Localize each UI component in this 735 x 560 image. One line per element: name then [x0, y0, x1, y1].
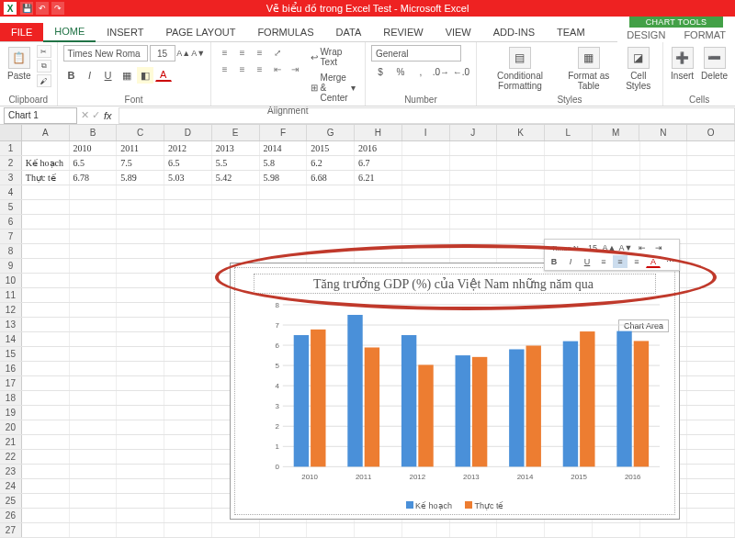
cell-G6[interactable] — [307, 215, 355, 229]
cell-B17[interactable] — [70, 376, 118, 390]
cell-B24[interactable] — [70, 479, 118, 493]
cell-C24[interactable] — [117, 479, 164, 493]
row-header-2[interactable]: 2 — [0, 156, 22, 170]
cell-O8[interactable] — [687, 244, 735, 258]
cell-O3[interactable] — [687, 171, 735, 185]
cell-B27[interactable] — [70, 523, 118, 537]
row-header-21[interactable]: 21 — [0, 435, 22, 449]
cell-G3[interactable]: 6.68 — [307, 171, 355, 185]
cell-B25[interactable] — [70, 494, 118, 508]
worksheet[interactable]: A B C D E F G H I J K L M N O 1201020112… — [0, 125, 735, 538]
align-left-icon[interactable]: ≡ — [217, 62, 233, 76]
cell-M27[interactable] — [593, 523, 640, 537]
cell-J6[interactable] — [450, 215, 498, 229]
cell-C14[interactable] — [117, 332, 164, 346]
cell-C21[interactable] — [117, 435, 164, 449]
col-I[interactable]: I — [402, 125, 450, 140]
cell-O4[interactable] — [687, 185, 735, 199]
cell-A19[interactable] — [22, 406, 70, 420]
cell-B13[interactable] — [70, 318, 118, 331]
cell-D10[interactable] — [164, 274, 212, 287]
cell-C20[interactable] — [117, 420, 164, 434]
cell-I27[interactable] — [402, 523, 450, 537]
cell-D8[interactable] — [164, 244, 212, 258]
cell-A2[interactable]: Kế hoạch — [22, 156, 70, 170]
col-O[interactable]: O — [687, 125, 735, 140]
cell-A26[interactable] — [22, 509, 70, 522]
cell-A12[interactable] — [22, 303, 70, 317]
cell-styles-button[interactable]: ◪Cell Styles — [619, 45, 657, 93]
cell-O6[interactable] — [687, 215, 735, 229]
font-color-button[interactable]: A — [155, 67, 172, 82]
border-button[interactable]: ▦ — [119, 67, 135, 84]
cell-A17[interactable] — [22, 376, 70, 390]
cell-O25[interactable] — [687, 494, 735, 508]
cell-A23[interactable] — [22, 465, 70, 478]
formula-input[interactable] — [119, 107, 735, 124]
tab-team[interactable]: TEAM — [546, 23, 596, 41]
tab-chart-design[interactable]: DESIGN — [617, 28, 674, 42]
row-header-23[interactable]: 23 — [0, 465, 22, 478]
row-header-3[interactable]: 3 — [0, 171, 22, 185]
cell-D19[interactable] — [164, 406, 212, 420]
cell-C18[interactable] — [117, 391, 164, 405]
cell-O2[interactable] — [687, 156, 735, 170]
cell-M5[interactable] — [593, 200, 640, 214]
chart-plot-area[interactable]: Times N 15 A▲ A▼ ⇤ ⇥ B I U ≡ ≡ ≡ A ⋯ — [234, 267, 675, 515]
row-header-10[interactable]: 10 — [0, 274, 22, 287]
cell-A6[interactable] — [22, 215, 70, 229]
cell-A21[interactable] — [22, 435, 70, 449]
merge-center-button[interactable]: ⊞ Merge & Center ▾ — [307, 71, 359, 105]
cell-B14[interactable] — [70, 332, 118, 346]
cell-A24[interactable] — [22, 479, 70, 493]
cell-D24[interactable] — [164, 479, 212, 493]
cell-O27[interactable] — [687, 523, 735, 537]
cell-D15[interactable] — [164, 347, 212, 361]
cell-K2[interactable] — [497, 156, 545, 170]
cell-B8[interactable] — [70, 244, 118, 258]
mini-shrink-icon[interactable]: A▼ — [618, 241, 633, 254]
col-A[interactable]: A — [22, 125, 70, 140]
cell-O16[interactable] — [687, 362, 735, 375]
cell-D2[interactable]: 6.5 — [164, 156, 212, 170]
cell-C5[interactable] — [117, 200, 164, 214]
tab-file[interactable]: FILE — [0, 23, 43, 41]
cell-J5[interactable] — [450, 200, 498, 214]
cell-L5[interactable] — [545, 200, 593, 214]
cell-D6[interactable] — [164, 215, 212, 229]
cell-O14[interactable] — [687, 332, 735, 346]
cell-L2[interactable] — [545, 156, 593, 170]
cell-O22[interactable] — [687, 450, 735, 464]
align-middle-icon[interactable]: ≡ — [234, 45, 251, 60]
decrease-decimal-icon[interactable]: ←.0 — [452, 63, 470, 80]
cell-J1[interactable] — [450, 141, 498, 155]
insert-cells-button[interactable]: ➕Insert — [669, 45, 695, 83]
mini-indent-inc-icon[interactable]: ⇥ — [651, 241, 666, 254]
fill-color-button[interactable]: ◧ — [137, 67, 153, 84]
cell-O20[interactable] — [687, 420, 735, 434]
cell-C7[interactable] — [117, 230, 164, 243]
row-header-14[interactable]: 14 — [0, 332, 22, 346]
cell-O7[interactable] — [687, 230, 735, 243]
cell-B4[interactable] — [70, 185, 118, 199]
row-header-15[interactable]: 15 — [0, 347, 22, 361]
mini-font-size[interactable]: 15 — [585, 241, 600, 254]
cell-I3[interactable] — [402, 171, 450, 185]
cell-F2[interactable]: 5.8 — [260, 156, 308, 170]
align-top-icon[interactable]: ≡ — [217, 45, 233, 60]
cell-D1[interactable]: 2012 — [164, 141, 212, 155]
cell-J4[interactable] — [450, 185, 498, 199]
align-right-icon[interactable]: ≡ — [252, 62, 268, 76]
cell-H27[interactable] — [355, 523, 402, 537]
bold-button[interactable]: B — [63, 67, 80, 84]
cell-F7[interactable] — [260, 230, 308, 243]
orientation-icon[interactable]: ⤢ — [269, 45, 286, 60]
cell-G1[interactable]: 2015 — [307, 141, 355, 155]
qat-undo-icon[interactable]: ↶ — [36, 2, 49, 15]
cell-F8[interactable] — [260, 244, 308, 258]
paste-button[interactable]: 📋 Paste — [6, 45, 33, 83]
cell-C27[interactable] — [117, 523, 164, 537]
cell-F4[interactable] — [260, 185, 308, 199]
cell-N1[interactable] — [640, 141, 688, 155]
cell-J3[interactable] — [450, 171, 498, 185]
